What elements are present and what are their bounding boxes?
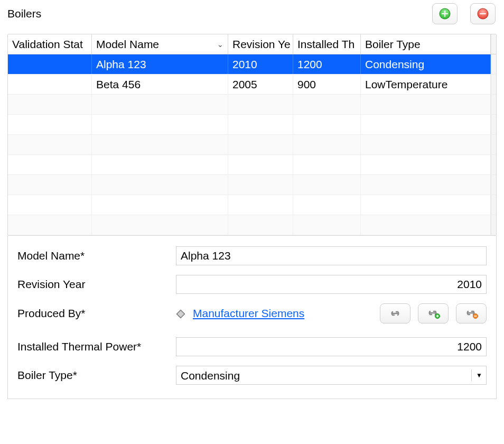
section-title: Boilers: [7, 7, 41, 20]
table-row[interactable]: [8, 95, 496, 115]
table-row[interactable]: [8, 155, 496, 175]
remove-row-button[interactable]: [470, 3, 496, 24]
cell-model-name: Alpha 123: [92, 54, 228, 74]
add-icon: [439, 8, 451, 20]
cell-validation-status: [8, 54, 92, 74]
cell-validation-status: [8, 75, 92, 94]
table-scrollbar[interactable]: [491, 175, 496, 195]
link-remove-button[interactable]: [456, 303, 487, 323]
cell-boiler-type: LowTemperature: [361, 75, 491, 94]
boiler-type-select[interactable]: Condensing: [176, 366, 487, 385]
column-header-label: Boiler Type: [365, 38, 421, 51]
cell-revision-year: 2010: [228, 54, 293, 74]
link-button[interactable]: [380, 303, 410, 323]
table-row[interactable]: Alpha 123 2010 1200 Condensing: [8, 54, 496, 75]
chevron-down-icon: ⌄: [217, 40, 223, 49]
label-installed-power: Installed Thermal Power*: [17, 340, 176, 353]
column-header-label: Revision Ye: [232, 38, 291, 51]
table-row[interactable]: [8, 215, 496, 235]
table-row[interactable]: Beta 456 2005 900 LowTemperature: [8, 75, 496, 95]
cell-installed-power: 1200: [293, 54, 361, 74]
column-header-label: Model Name: [96, 38, 159, 51]
model-name-field[interactable]: [176, 246, 487, 265]
svg-rect-4: [480, 13, 486, 14]
produced-by-link[interactable]: Manufacturer Siemens: [193, 307, 304, 320]
cell-revision-year: 2005: [228, 75, 293, 94]
column-header-model-name[interactable]: Model Name ⌄: [92, 34, 228, 54]
table-scrollbar[interactable]: [491, 155, 496, 174]
boilers-table: Validation Stat Model Name ⌄ Revision Ye…: [7, 34, 497, 236]
label-revision-year: Revision Year: [17, 278, 176, 291]
label-model-name: Model Name*: [17, 249, 176, 262]
label-boiler-type: Boiler Type*: [17, 369, 176, 382]
table-scrollbar[interactable]: [491, 95, 496, 114]
table-scrollbar[interactable]: [491, 34, 496, 54]
table-scrollbar[interactable]: [491, 75, 496, 94]
column-header-installed-power[interactable]: Installed Th: [293, 34, 361, 54]
table-row[interactable]: [8, 115, 496, 135]
column-header-label: Installed Th: [297, 38, 354, 51]
link-icon: [388, 309, 402, 318]
svg-rect-11: [436, 316, 439, 317]
cell-boiler-type: Condensing: [361, 54, 491, 74]
revision-year-field[interactable]: [176, 275, 487, 294]
svg-rect-2: [442, 13, 448, 14]
detail-panel: Model Name* Revision Year Produced By*: [7, 236, 497, 399]
table-row[interactable]: [8, 195, 496, 215]
table-scrollbar[interactable]: [491, 195, 496, 215]
column-header-validation-status[interactable]: Validation Stat: [8, 34, 92, 54]
remove-icon: [477, 8, 489, 20]
svg-rect-14: [474, 316, 477, 317]
label-produced-by: Produced By*: [17, 307, 176, 320]
cell-model-name: Beta 456: [92, 75, 228, 94]
link-add-button[interactable]: [418, 303, 449, 323]
table-scrollbar[interactable]: [491, 115, 496, 134]
link-remove-icon: [464, 308, 479, 319]
add-row-button[interactable]: [432, 3, 458, 24]
column-header-boiler-type[interactable]: Boiler Type: [361, 34, 491, 54]
cell-installed-power: 900: [293, 75, 361, 94]
table-row[interactable]: [8, 135, 496, 155]
installed-power-field[interactable]: [176, 337, 487, 356]
column-header-revision-year[interactable]: Revision Ye: [228, 34, 293, 54]
table-scrollbar[interactable]: [491, 54, 496, 74]
table-scrollbar[interactable]: [491, 215, 496, 235]
table-scrollbar[interactable]: [491, 135, 496, 154]
link-add-icon: [426, 308, 441, 319]
column-header-label: Validation Stat: [12, 38, 83, 51]
table-row[interactable]: [8, 175, 496, 195]
reference-diamond-icon: [176, 309, 185, 318]
